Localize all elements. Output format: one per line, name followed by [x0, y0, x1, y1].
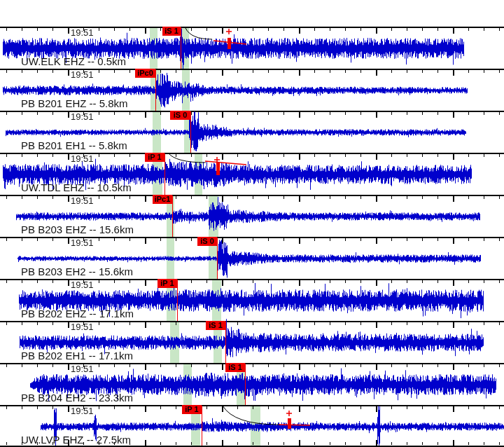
trace-row[interactable]: 19:51iS 0PB B203 EH2 -- 15.6km	[0, 237, 504, 279]
trace-row[interactable]: 19:51iP 1UW.LVP EHZ -- 27.5km	[0, 405, 504, 447]
trace-time-label: 19:51	[71, 364, 94, 374]
trace-time-label: 19:51	[71, 69, 94, 80]
trace-time-label: 19:51	[71, 322, 94, 332]
trace-time-label: 19:51	[71, 27, 94, 38]
trace-time-label: 19:51	[71, 153, 94, 164]
trace-time-label: 19:51	[71, 406, 94, 416]
waveform-viewer: 60033808 UW Aug 25, 2013 19:51:03.30 46.…	[0, 0, 504, 447]
trace-row[interactable]: 19:51iPc0PB B201 EHZ -- 5.8km	[0, 69, 504, 111]
trace-row[interactable]: 19:51iS 1PB B202 EH1 -- 17.1km	[0, 321, 504, 363]
pick-flag[interactable]: iS 1	[206, 321, 225, 330]
station-label: PB B203 EH2 -- 15.6km	[21, 266, 133, 277]
trace-row[interactable]: 19:51iS 1PB B204 EH2 -- 23.3km	[0, 363, 504, 405]
pick-flag[interactable]: iS 0	[170, 111, 190, 120]
pick-flag[interactable]: iS 1	[225, 363, 245, 372]
station-label: PB B204 EH2 -- 23.3km	[21, 392, 133, 404]
station-label: UW.TDL EHZ -- 10.5km	[21, 181, 132, 193]
station-label: PB B203 EHZ -- 15.6km	[21, 224, 134, 235]
trace-time-label: 19:51	[71, 238, 94, 248]
pick-flag[interactable]: iPc1	[153, 195, 172, 204]
trace-time-label: 19:51	[71, 111, 94, 122]
trace-row[interactable]: 19:51iP 1UW.TDL EHZ -- 10.5km	[0, 153, 504, 195]
pick-flag[interactable]: iS 0	[197, 237, 217, 246]
station-label: PB B202 EH1 -- 17.1km	[21, 350, 133, 362]
trace-row[interactable]: 19:51iP 1PB B202 EHZ -- 17.1km	[0, 279, 504, 321]
station-label: PB B201 EHZ -- 5.8km	[21, 97, 128, 109]
pick-flag[interactable]: iPc0	[135, 69, 155, 78]
trace-row[interactable]: 19:51iPc1PB B203 EHZ -- 15.6km	[0, 195, 504, 237]
pick-flag[interactable]: iP 1	[158, 279, 177, 288]
trace-row[interactable]: 19:51iS 0PB B201 EH1 -- 5.8km	[0, 111, 504, 153]
trace-time-label: 19:51	[71, 280, 94, 290]
pick-flag[interactable]: iP 1	[182, 405, 202, 414]
trace-time-label: 19:51	[71, 195, 94, 206]
pick-flag[interactable]: iP 1	[145, 153, 164, 162]
station-label: UW.LVP EHZ -- 27.5km	[21, 434, 131, 446]
pick-flag[interactable]: iS 1	[162, 27, 181, 36]
trace-row[interactable]: 19:51iS 1UW.ELK EHZ -- 0.5km	[0, 27, 504, 69]
station-label: UW.ELK EHZ -- 0.5km	[21, 55, 126, 67]
station-label: PB B202 EHZ -- 17.1km	[21, 308, 134, 319]
station-label: PB B201 EH1 -- 5.8km	[21, 139, 127, 151]
